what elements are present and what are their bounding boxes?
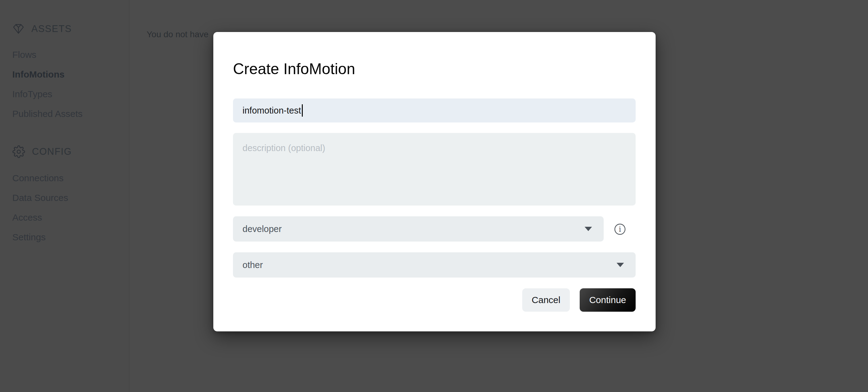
dialog-title: Create InfoMotion (233, 60, 355, 78)
svg-text:i: i (619, 225, 621, 233)
sidebar-item-published-assets[interactable]: Published Assets (12, 108, 82, 120)
empty-state-text: You do not have (147, 29, 208, 40)
gem-icon (12, 23, 25, 35)
category-select[interactable]: other (233, 252, 636, 278)
cancel-button[interactable]: Cancel (522, 288, 570, 312)
name-input[interactable]: infomotion-test (233, 99, 636, 122)
sidebar-item-data-sources[interactable]: Data Sources (12, 192, 68, 204)
sidebar-item-infotypes[interactable]: InfoTypes (12, 88, 52, 100)
category-select-value: other (243, 260, 263, 270)
dialog-actions: Cancel Continue (522, 288, 636, 312)
sidebar: ASSETS Flows InfoMotions InfoTypes Publi… (0, 0, 129, 392)
role-select[interactable]: developer (233, 216, 604, 242)
gear-icon (12, 145, 25, 158)
description-input[interactable]: description (optional) (233, 133, 636, 205)
info-icon[interactable]: i (614, 223, 626, 235)
chevron-down-icon (617, 263, 624, 267)
create-infomotion-dialog: Create InfoMotion infomotion-test descri… (213, 32, 656, 331)
role-select-value: developer (243, 224, 282, 234)
sidebar-section-label: CONFIG (32, 146, 72, 157)
sidebar-item-access[interactable]: Access (12, 212, 42, 224)
sidebar-section-config: CONFIG (12, 145, 72, 159)
sidebar-item-infomotions[interactable]: InfoMotions (12, 68, 65, 81)
text-cursor (302, 104, 303, 117)
continue-button[interactable]: Continue (580, 288, 636, 312)
description-placeholder: description (optional) (243, 142, 325, 153)
sidebar-section-assets: ASSETS (12, 22, 72, 36)
sidebar-item-flows[interactable]: Flows (12, 49, 36, 61)
sidebar-section-label: ASSETS (31, 23, 72, 34)
sidebar-item-settings[interactable]: Settings (12, 231, 45, 243)
chevron-down-icon (585, 227, 592, 231)
name-input-value: infomotion-test (243, 106, 301, 116)
sidebar-item-connections[interactable]: Connections (12, 172, 64, 184)
